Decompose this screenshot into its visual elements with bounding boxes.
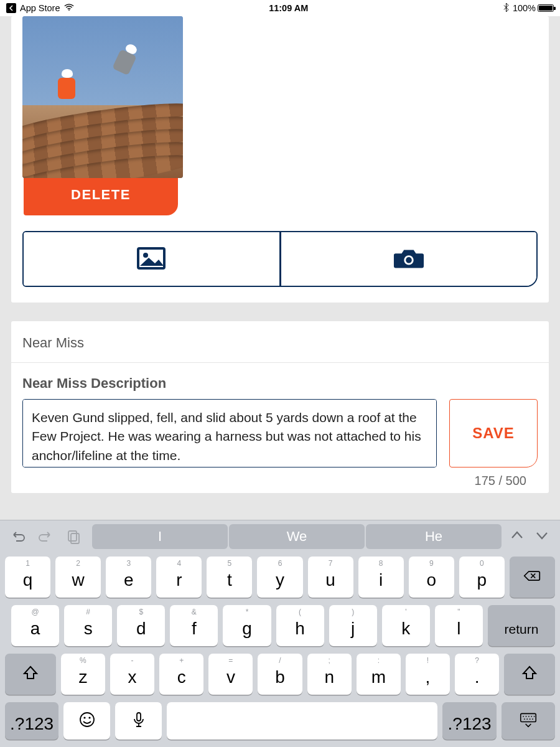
key-y[interactable]: 6y (257, 557, 302, 598)
svg-point-9 (88, 716, 90, 718)
back-to-appstore-icon[interactable] (6, 3, 16, 13)
key-backspace[interactable] (510, 557, 555, 598)
char-counter: 175 / 500 (22, 467, 538, 488)
battery-pct: 100% (513, 3, 536, 13)
chevron-up-icon[interactable] (510, 529, 524, 545)
camera-button[interactable] (279, 232, 537, 286)
wifi-icon (64, 3, 74, 13)
svg-point-8 (83, 716, 85, 718)
near-miss-section: Near Miss Near Miss Description SAVE 175… (11, 321, 549, 493)
svg-point-18 (526, 718, 528, 720)
key-o[interactable]: 9o (409, 557, 454, 598)
key-k[interactable]: 'k (382, 605, 430, 646)
key-s[interactable]: #s (64, 605, 112, 646)
svg-point-19 (530, 718, 531, 720)
key-emoji[interactable] (63, 702, 110, 740)
clipboard-icon[interactable] (62, 526, 83, 547)
key-e[interactable]: 3e (106, 557, 151, 598)
redo-icon[interactable] (35, 526, 56, 547)
svg-point-2 (143, 253, 148, 258)
key-shift-left[interactable] (5, 654, 56, 695)
photo-card: DELETE (11, 16, 549, 303)
keyboard-icon (520, 711, 537, 731)
key-t[interactable]: 5t (207, 557, 252, 598)
key-hide-keyboard[interactable] (502, 702, 555, 740)
clock: 11:09 AM (269, 3, 308, 13)
key-return[interactable]: return (488, 605, 555, 646)
key-j[interactable]: )j (329, 605, 377, 646)
key-r[interactable]: 4r (156, 557, 202, 598)
svg-point-17 (524, 718, 525, 720)
delete-button[interactable]: DELETE (24, 174, 178, 215)
battery-indicator: 100% (513, 3, 554, 13)
key-h[interactable]: (h (276, 605, 324, 646)
key-l[interactable]: "l (435, 605, 483, 646)
backspace-icon (523, 567, 541, 587)
suggestion-1[interactable]: I (92, 524, 228, 549)
bluetooth-icon (503, 3, 509, 14)
shift-icon (22, 664, 39, 684)
key-i[interactable]: 8i (358, 557, 404, 598)
mic-icon (130, 711, 147, 731)
svg-point-16 (534, 716, 535, 717)
status-bar: App Store 11:09 AM 100% (0, 0, 560, 16)
key-shift-right[interactable] (504, 654, 555, 695)
svg-rect-6 (71, 533, 79, 543)
save-button[interactable]: SAVE (449, 399, 538, 467)
key-u[interactable]: 7u (308, 557, 353, 598)
svg-rect-5 (68, 531, 77, 541)
suggestion-2[interactable]: We (229, 524, 365, 549)
photo-thumbnail[interactable] (22, 16, 183, 178)
svg-point-13 (525, 716, 526, 717)
svg-rect-10 (137, 713, 141, 721)
svg-point-0 (68, 9, 70, 11)
key-z[interactable]: %z (61, 654, 105, 695)
section-title: Near Miss (11, 321, 549, 363)
key-w[interactable]: 2w (55, 557, 101, 598)
svg-rect-11 (521, 713, 536, 721)
svg-point-7 (80, 713, 94, 726)
suggestion-3[interactable]: He (366, 524, 502, 549)
svg-point-20 (532, 718, 533, 720)
onscreen-keyboard: I We He 1q2w3e4r5t6y7u8i9o0p @a#s$d&f*g(… (0, 520, 560, 747)
image-icon (136, 246, 167, 273)
key-x[interactable]: -x (110, 654, 154, 695)
description-input[interactable] (22, 399, 437, 467)
undo-icon[interactable] (7, 526, 29, 547)
key-v[interactable]: =v (208, 654, 253, 695)
media-row (22, 231, 538, 287)
key-.[interactable]: ?. (455, 654, 499, 695)
key-m[interactable]: :m (357, 654, 401, 695)
key-,[interactable]: !, (406, 654, 450, 695)
gallery-button[interactable] (24, 232, 279, 286)
back-app-label[interactable]: App Store (20, 3, 60, 13)
key-g[interactable]: *g (223, 605, 271, 646)
shift-icon (521, 664, 538, 684)
key-space[interactable] (167, 702, 437, 740)
page-content: DELETE Near Miss Near Miss Description S… (0, 16, 560, 520)
emoji-icon (78, 711, 96, 731)
key-symbols-right[interactable]: .?123 (442, 702, 496, 740)
key-a[interactable]: @a (11, 605, 59, 646)
key-d[interactable]: $d (117, 605, 165, 646)
description-label: Near Miss Description (22, 375, 538, 392)
key-q[interactable]: 1q (5, 557, 50, 598)
key-p[interactable]: 0p (459, 557, 505, 598)
svg-point-15 (531, 716, 532, 717)
svg-point-4 (406, 257, 412, 263)
key-f[interactable]: &f (170, 605, 218, 646)
suggestion-row: I We He (92, 524, 502, 549)
key-c[interactable]: +c (159, 654, 203, 695)
key-n[interactable]: ;n (307, 654, 352, 695)
key-symbols[interactable]: .?123 (5, 702, 58, 740)
camera-icon (393, 246, 424, 273)
svg-point-12 (523, 716, 524, 717)
key-dictation[interactable] (115, 702, 162, 740)
key-b[interactable]: /b (258, 654, 302, 695)
chevron-down-icon[interactable] (535, 529, 549, 545)
svg-point-14 (528, 716, 530, 717)
